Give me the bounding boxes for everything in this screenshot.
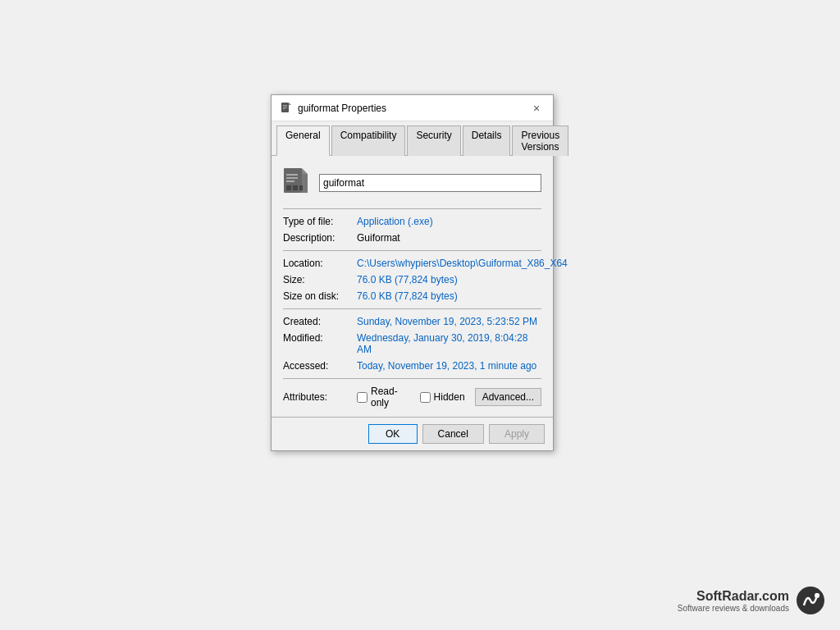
filename-input[interactable] (319, 174, 541, 192)
size-on-disk-label: Size on disk: (283, 290, 357, 302)
created-label: Created: (283, 316, 357, 327)
accessed-label: Accessed: (283, 360, 357, 372)
file-type-icon (283, 167, 309, 199)
location-label: Location: (283, 258, 357, 269)
location-value: C:\Users\whypiers\Desktop\Guiformat_X86_… (357, 258, 568, 269)
tab-bar: General Compatibility Security Details P… (272, 121, 553, 156)
hidden-group: Hidden (420, 391, 465, 403)
tab-security[interactable]: Security (407, 126, 460, 156)
description-label: Description: (283, 232, 357, 244)
apply-button[interactable]: Apply (489, 424, 545, 444)
size-value: 76.0 KB (77,824 bytes) (357, 274, 541, 285)
attributes-controls: Read-only Hidden Advanced... (357, 386, 541, 409)
created-row: Created: Sunday, November 19, 2023, 5:23… (283, 316, 541, 327)
properties-dialog: guiformat Properties × General Compatibi… (271, 94, 554, 451)
dialog-title: guiformat Properties (298, 103, 386, 114)
accessed-row: Accessed: Today, November 19, 2023, 1 mi… (283, 360, 541, 372)
info-divider-3 (283, 378, 541, 379)
readonly-checkbox[interactable] (357, 392, 368, 403)
tab-previous-versions[interactable]: Previous Versions (512, 126, 568, 156)
svg-rect-3 (283, 107, 287, 107)
modified-label: Modified: (283, 332, 357, 344)
watermark: SoftRadar.com Software reviews & downloa… (678, 586, 825, 615)
type-value: Application (.exe) (357, 216, 541, 227)
size-row: Size: 76.0 KB (77,824 bytes) (283, 274, 541, 285)
tab-content: Type of file: Application (.exe) Descrip… (272, 156, 553, 417)
close-button[interactable]: × (528, 100, 545, 116)
svg-rect-4 (283, 108, 285, 109)
type-label: Type of file: (283, 216, 357, 227)
tab-details[interactable]: Details (463, 126, 511, 156)
cancel-button[interactable]: Cancel (422, 424, 484, 444)
info-divider-1 (283, 250, 541, 251)
modified-row: Modified: Wednesday, January 30, 2019, 8… (283, 332, 541, 355)
svg-rect-2 (283, 105, 287, 106)
file-header (283, 167, 541, 199)
readonly-group: Read-only (357, 386, 410, 409)
attributes-row: Attributes: Read-only Hidden Advanced... (283, 386, 541, 409)
dialog-title-icon (280, 102, 293, 115)
accessed-value: Today, November 19, 2023, 1 minute ago (357, 360, 541, 372)
svg-marker-1 (289, 103, 291, 105)
svg-rect-9 (286, 177, 298, 179)
description-row: Description: Guiformat (283, 232, 541, 244)
location-section: Location: C:\Users\whypiers\Desktop\Guif… (283, 258, 541, 302)
created-value: Sunday, November 19, 2023, 5:23:52 PM (357, 316, 541, 327)
watermark-text: SoftRadar.com Software reviews & downloa… (678, 589, 789, 613)
title-bar-left: guiformat Properties (280, 102, 386, 115)
watermark-tagline: Software reviews & downloads (678, 604, 789, 613)
tab-compatibility[interactable]: Compatibility (331, 126, 406, 156)
svg-rect-7 (302, 174, 308, 193)
size-on-disk-row: Size on disk: 76.0 KB (77,824 bytes) (283, 290, 541, 302)
watermark-site: SoftRadar.com (678, 589, 789, 604)
size-label: Size: (283, 274, 357, 285)
svg-rect-10 (286, 180, 294, 182)
file-info-section: Type of file: Application (.exe) Descrip… (283, 216, 541, 244)
ok-button[interactable]: OK (368, 424, 418, 444)
type-row: Type of file: Application (.exe) (283, 216, 541, 227)
svg-rect-13 (299, 185, 303, 190)
title-bar: guiformat Properties × (272, 95, 553, 121)
svg-rect-8 (286, 174, 298, 176)
svg-marker-6 (302, 168, 308, 174)
svg-rect-12 (293, 185, 298, 190)
info-divider-2 (283, 308, 541, 309)
attributes-label: Attributes: (283, 391, 357, 403)
svg-rect-11 (286, 185, 291, 190)
location-row: Location: C:\Users\whypiers\Desktop\Guif… (283, 258, 541, 269)
tab-general[interactable]: General (276, 126, 330, 156)
readonly-label[interactable]: Read-only (371, 386, 410, 409)
header-divider (283, 208, 541, 209)
advanced-button[interactable]: Advanced... (475, 388, 541, 406)
modified-value: Wednesday, January 30, 2019, 8:04:28 AM (357, 332, 541, 355)
hidden-checkbox[interactable] (420, 392, 431, 403)
dates-section: Created: Sunday, November 19, 2023, 5:23… (283, 316, 541, 372)
description-value: Guiformat (357, 232, 541, 244)
hidden-label[interactable]: Hidden (434, 391, 465, 403)
dialog-footer: OK Cancel Apply (272, 417, 553, 450)
watermark-icon (796, 586, 825, 615)
size-on-disk-value: 76.0 KB (77,824 bytes) (357, 290, 541, 302)
